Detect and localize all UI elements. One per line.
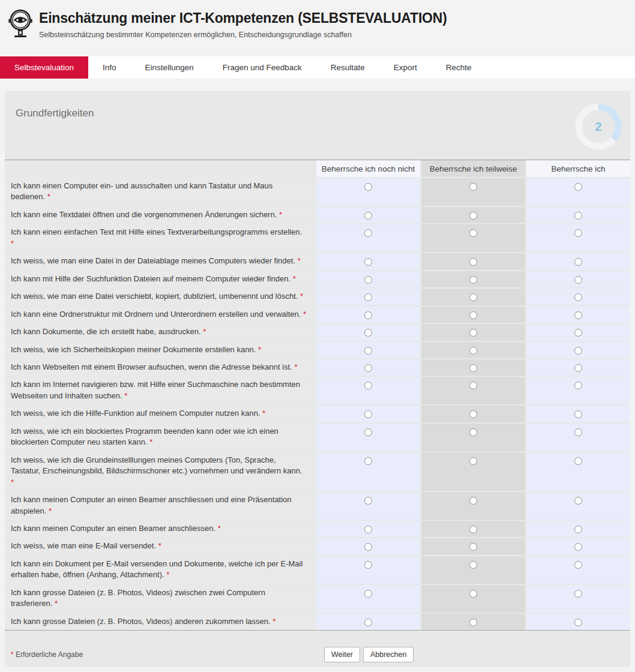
- radio-noch-nicht[interactable]: [364, 293, 372, 301]
- radio-noch-nicht[interactable]: [364, 382, 372, 389]
- radio-teilweise[interactable]: [469, 497, 477, 505]
- table-row: Ich kann grosse Dateien (z. B. Photos, V…: [5, 585, 630, 613]
- radio-beherrsche[interactable]: [574, 561, 582, 569]
- radio-teilweise[interactable]: [469, 212, 477, 220]
- radio-beherrsche[interactable]: [574, 619, 582, 626]
- radio-beherrsche[interactable]: [574, 428, 582, 436]
- required-asterisk: *: [55, 599, 58, 608]
- question-text: Ich kann meinen Computer an einen Beamer…: [5, 521, 315, 537]
- radio-beherrsche[interactable]: [574, 497, 582, 505]
- table-row: Ich weiss, wie ich die Hilfe-Funktion au…: [5, 406, 630, 422]
- table-row: Ich weiss, wie man eine E-Mail versendet…: [5, 538, 630, 554]
- radio-beherrsche[interactable]: [574, 229, 582, 237]
- option-cell-teilweise: [421, 614, 525, 630]
- section-title: Grundfertigkeiten: [16, 107, 94, 119]
- radio-noch-nicht[interactable]: [364, 258, 372, 266]
- nav-tab-einstellungen[interactable]: Einstellungen: [131, 56, 208, 79]
- radio-teilweise[interactable]: [469, 428, 477, 436]
- radio-beherrsche[interactable]: [574, 293, 582, 301]
- radio-teilweise[interactable]: [469, 229, 477, 237]
- option-cell-noch-nicht: [316, 359, 420, 376]
- nav-tab-rechte[interactable]: Rechte: [432, 56, 486, 79]
- radio-noch-nicht[interactable]: [364, 276, 372, 284]
- required-asterisk: *: [49, 506, 52, 515]
- option-cell-beherrsche: [526, 614, 630, 630]
- option-cell-noch-nicht: [316, 307, 420, 323]
- radio-teilweise[interactable]: [469, 364, 477, 372]
- radio-teilweise[interactable]: [469, 543, 477, 551]
- radio-noch-nicht[interactable]: [364, 457, 372, 465]
- abbrechen-button[interactable]: Abbrechen: [363, 647, 414, 662]
- radio-teilweise[interactable]: [469, 347, 477, 355]
- column-header-teilweise: Beherrsche ich teilweise: [421, 160, 525, 177]
- radio-beherrsche[interactable]: [574, 276, 582, 284]
- radio-beherrsche[interactable]: [574, 410, 582, 418]
- radio-noch-nicht[interactable]: [364, 311, 372, 319]
- radio-beherrsche[interactable]: [574, 311, 582, 319]
- radio-noch-nicht[interactable]: [364, 183, 372, 191]
- table-row: Ich kann meinen Computer an einen Beamer…: [5, 492, 630, 520]
- radio-beherrsche[interactable]: [574, 382, 582, 389]
- radio-noch-nicht[interactable]: [364, 347, 372, 355]
- radio-teilweise[interactable]: [469, 329, 477, 337]
- option-cell-teilweise: [421, 377, 525, 404]
- radio-beherrsche[interactable]: [574, 258, 582, 266]
- mirror-with-eye-logo-icon: [6, 8, 35, 40]
- radio-teilweise[interactable]: [469, 183, 477, 191]
- required-asterisk: *: [279, 210, 282, 219]
- main-nav: Selbstevaluation Info Einstellungen Frag…: [0, 56, 635, 79]
- radio-teilweise[interactable]: [469, 457, 477, 465]
- question-text: Ich kann im Internet navigieren bzw. mit…: [5, 377, 315, 404]
- weiter-button[interactable]: Weiter: [324, 647, 360, 662]
- radio-beherrsche[interactable]: [574, 329, 582, 337]
- radio-teilweise[interactable]: [469, 276, 477, 284]
- option-cell-noch-nicht: [316, 585, 420, 613]
- nav-tab-selbstevaluation[interactable]: Selbstevaluation: [0, 56, 88, 79]
- option-cell-teilweise: [421, 424, 525, 451]
- radio-beherrsche[interactable]: [574, 543, 582, 551]
- radio-beherrsche[interactable]: [574, 347, 582, 355]
- radio-beherrsche[interactable]: [574, 590, 582, 598]
- radio-noch-nicht[interactable]: [364, 590, 372, 598]
- radio-teilweise[interactable]: [469, 311, 477, 319]
- nav-tab-fragen-und-feedback[interactable]: Fragen und Feedback: [208, 56, 316, 79]
- radio-noch-nicht[interactable]: [364, 229, 372, 237]
- radio-noch-nicht[interactable]: [364, 497, 372, 505]
- radio-noch-nicht[interactable]: [364, 543, 372, 551]
- question-text: Ich weiss, wie ich die Grundeinstelllung…: [5, 452, 315, 491]
- radio-beherrsche[interactable]: [574, 183, 582, 191]
- required-asterisk: *: [11, 239, 14, 248]
- radio-noch-nicht[interactable]: [364, 410, 372, 418]
- radio-teilweise[interactable]: [469, 293, 477, 301]
- option-cell-beherrsche: [526, 224, 630, 252]
- question-table: Beherrsche ich noch nicht Beherrsche ich…: [5, 160, 630, 631]
- question-text: Ich kann eine Textdatei öffnen und die v…: [5, 207, 315, 223]
- table-row: Ich weiss, wie man eine Datei verschiebt…: [5, 289, 630, 305]
- nav-tab-info[interactable]: Info: [88, 56, 131, 79]
- table-row: Ich kann einen Computer ein- und ausscha…: [5, 178, 630, 206]
- radio-beherrsche[interactable]: [574, 364, 582, 372]
- radio-teilweise[interactable]: [469, 619, 477, 626]
- radio-noch-nicht[interactable]: [364, 329, 372, 337]
- nav-tab-export[interactable]: Export: [379, 56, 432, 79]
- radio-teilweise[interactable]: [469, 258, 477, 266]
- radio-teilweise[interactable]: [469, 526, 477, 533]
- radio-teilweise[interactable]: [469, 561, 477, 569]
- radio-teilweise[interactable]: [469, 410, 477, 418]
- option-cell-noch-nicht: [316, 538, 420, 554]
- radio-beherrsche[interactable]: [574, 457, 582, 465]
- nav-tab-resultate[interactable]: Resultate: [316, 56, 379, 79]
- radio-noch-nicht[interactable]: [364, 428, 372, 436]
- radio-beherrsche[interactable]: [574, 212, 582, 220]
- radio-beherrsche[interactable]: [574, 526, 582, 533]
- radio-noch-nicht[interactable]: [364, 526, 372, 533]
- radio-noch-nicht[interactable]: [364, 561, 372, 569]
- app-header: Einschätzung meiner ICT-Kompetenzen (SEL…: [0, 0, 635, 56]
- radio-teilweise[interactable]: [469, 382, 477, 389]
- radio-noch-nicht[interactable]: [364, 364, 372, 372]
- radio-noch-nicht[interactable]: [364, 619, 372, 626]
- radio-teilweise[interactable]: [469, 590, 477, 598]
- required-asterisk: *: [47, 192, 50, 201]
- radio-noch-nicht[interactable]: [364, 212, 372, 220]
- option-cell-beherrsche: [526, 324, 630, 340]
